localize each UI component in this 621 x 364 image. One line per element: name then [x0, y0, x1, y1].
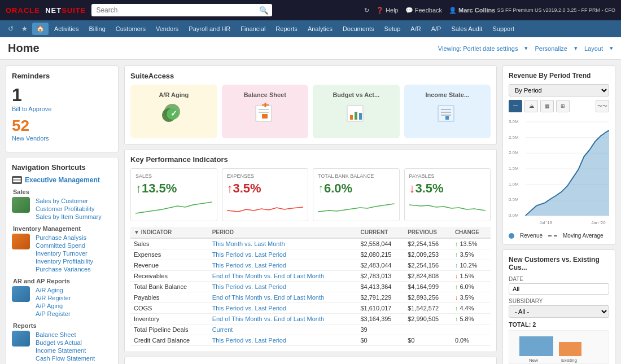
cell-current: $4,413,364	[357, 282, 404, 292]
star-icon[interactable]: ★	[18, 23, 31, 35]
refresh-icon[interactable]: ↻	[364, 7, 369, 14]
change-up-icon: ↑	[455, 305, 458, 312]
cell-period[interactable]: This Period vs. Last Period	[209, 335, 357, 346]
cell-current: 39	[357, 324, 404, 335]
reports-link-1[interactable]: Budget vs Actual	[33, 339, 95, 347]
line-chart-btn[interactable]: 〰	[509, 100, 522, 112]
subsidiary-select[interactable]: - All -	[509, 305, 609, 318]
cell-period[interactable]: This Period vs. Last Period	[209, 282, 357, 292]
inventory-links: Purchase Analysis Committed Spend Invent…	[33, 234, 93, 273]
reports-subtitle: Reports	[12, 322, 112, 329]
arap-link-3[interactable]: A/P Register	[33, 310, 71, 318]
nav-analytics[interactable]: Analytics	[303, 23, 337, 34]
logo: ORACLE NETSUITE	[6, 6, 86, 15]
home-icon[interactable]: 🏠	[32, 23, 49, 35]
table-chart-btn[interactable]: ⊞	[556, 100, 570, 112]
user-button[interactable]: 👤 Marc Collins SS FF Premium US v2019.2.…	[449, 7, 615, 14]
inventory-link-1[interactable]: Committed Spend	[33, 242, 93, 249]
reports-link-0[interactable]: Balance Sheet	[33, 331, 95, 339]
cell-period[interactable]: This Period vs. Last Period	[209, 249, 357, 260]
table-row: Receivables End of This Month vs. End of…	[130, 271, 491, 282]
nav-reports[interactable]: Reports	[271, 23, 302, 34]
date-input[interactable]	[509, 283, 609, 295]
nav-customers[interactable]: Customers	[111, 23, 150, 34]
suite-card-budget[interactable]: Budget vs Act...	[313, 85, 400, 138]
kpi-bank-card: TOTAL BANK BALANCE ↑6.0%	[313, 168, 400, 221]
search-input[interactable]	[91, 4, 272, 16]
arap-link-2[interactable]: A/P Aging	[33, 302, 71, 310]
personalize-button[interactable]: Personalize	[535, 45, 567, 52]
arap-link-0[interactable]: A/R Aging	[33, 286, 71, 294]
history-icon[interactable]: ↺	[5, 23, 17, 35]
search-button[interactable]: 🔍	[259, 6, 269, 15]
period-select[interactable]: By Period	[509, 84, 609, 97]
page-title: Home	[8, 42, 40, 55]
arap-with-icon: A/R Aging A/R Register A/P Aging A/P Reg…	[12, 286, 112, 318]
nav-payroll[interactable]: Payroll and HR	[184, 23, 235, 34]
cell-period[interactable]: This Period vs. Last Period	[209, 260, 357, 271]
income-icon	[409, 102, 487, 129]
cell-period[interactable]: This Month vs. Last Month	[209, 238, 357, 249]
change-up-icon: ↑	[455, 262, 458, 269]
reports-link-3[interactable]: Cash Flow Statement	[33, 354, 95, 362]
cell-indicator: COGS	[130, 303, 209, 314]
arap-links: A/R Aging A/R Register A/P Aging A/P Reg…	[33, 286, 71, 318]
nav-support[interactable]: Support	[488, 23, 519, 34]
reminder-label-1[interactable]: Bill to Approve	[12, 106, 112, 112]
cell-previous	[404, 324, 452, 335]
nav-sales-audit[interactable]: Sales Audit	[447, 23, 487, 34]
sales-link-2[interactable]: Sales by Item Summary	[33, 213, 102, 221]
svg-text:2.5M: 2.5M	[509, 135, 519, 140]
cell-previous: $2,824,808	[404, 271, 452, 282]
th-current: CURRENT	[357, 227, 404, 238]
feedback-button[interactable]: 💬 Feedback	[405, 7, 442, 14]
suite-income-label: Income State...	[409, 91, 487, 98]
cell-indicator: Expenses	[130, 249, 209, 260]
suite-card-income[interactable]: Income State...	[404, 85, 491, 138]
nav-documents[interactable]: Documents	[338, 23, 379, 34]
top-icons: ↻ ❓ Help 💬 Feedback 👤 Marc Collins SS FF…	[364, 7, 615, 14]
income-trend-card: Income By Period Trend Month -	[124, 357, 497, 364]
suite-card-balance-sheet[interactable]: Balance Sheet	[222, 85, 309, 138]
nav-vendors[interactable]: Vendors	[151, 23, 183, 34]
nc-total: TOTAL: 2	[509, 321, 609, 328]
exec-link[interactable]: Executive Management	[25, 176, 100, 184]
cell-period[interactable]: End of This Month vs. End of Last Month	[209, 314, 357, 324]
page-header-actions: Viewing: Portlet date settings▾ Personal…	[438, 45, 613, 52]
sales-link-0[interactable]: Sales by Customer	[33, 197, 102, 205]
cell-current: $2,483,044	[357, 260, 404, 271]
kpi-expenses-card: EXPENSES ↑3.5%	[222, 168, 309, 221]
suite-card-ar-aging[interactable]: A/R Aging ✓	[130, 85, 217, 138]
nav-billing[interactable]: Billing	[84, 23, 110, 34]
trend-chart-btn[interactable]: 〜〜	[596, 100, 609, 112]
arap-link-1[interactable]: A/R Register	[33, 294, 71, 302]
reminder-label-2[interactable]: New Vendors	[12, 135, 112, 142]
portlet-date-settings[interactable]: Viewing: Portlet date settings	[438, 45, 518, 52]
cell-indicator: Sales	[130, 238, 209, 249]
kpi-table: ▼ INDICATOR PERIOD CURRENT PREVIOUS CHAN…	[130, 227, 491, 346]
nav-setup[interactable]: Setup	[380, 23, 405, 34]
area-chart-btn[interactable]: ⛰	[524, 100, 538, 112]
cell-period[interactable]: End of This Month vs. End of Last Month	[209, 292, 357, 303]
inventory-link-3[interactable]: Inventory Profitability	[33, 257, 93, 265]
suite-access-title: SuiteAccess	[130, 72, 491, 80]
svg-rect-40	[519, 336, 553, 356]
cell-period[interactable]: End of This Month vs. End of Last Month	[209, 271, 357, 282]
nav-financial[interactable]: Financial	[236, 23, 270, 34]
nav-activities[interactable]: Activities	[50, 23, 83, 34]
inventory-link-2[interactable]: Inventory Turnover	[33, 249, 93, 257]
reports-links: Balance Sheet Budget vs Actual Income St…	[33, 331, 95, 362]
nav-ar[interactable]: A/R	[406, 23, 425, 34]
reports-link-2[interactable]: Income Statement	[33, 347, 95, 354]
chart-type-icons: 〰 ⛰ ▦ ⊞ 〜〜	[509, 100, 609, 112]
cell-period[interactable]: This Period vs. Last Period	[209, 303, 357, 314]
sales-link-1[interactable]: Customer Profitability	[33, 205, 102, 213]
cell-period[interactable]: Current	[209, 324, 357, 335]
bar-chart-btn[interactable]: ▦	[540, 100, 554, 112]
inventory-link-0[interactable]: Purchase Analysis	[33, 234, 93, 242]
help-button[interactable]: ❓ Help	[376, 7, 399, 14]
layout-button[interactable]: Layout	[584, 45, 603, 52]
nav-ap[interactable]: A/P	[427, 23, 446, 34]
filter-icon[interactable]: ▼	[134, 229, 139, 235]
inventory-link-4[interactable]: Purchase Variances	[33, 265, 93, 273]
